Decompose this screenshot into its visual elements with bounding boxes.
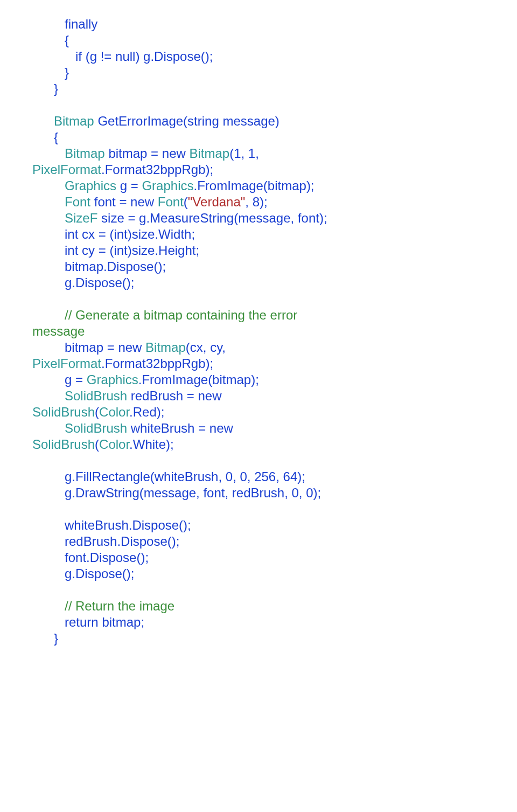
code-line: int cy = (int)size.Height; (32, 243, 199, 258)
code-line: { (32, 33, 69, 47)
code-line: message (32, 324, 85, 338)
code-line: SolidBrush whiteBrush = new (32, 421, 233, 435)
code-line: if (g != null) g.Dispose(); (32, 49, 213, 64)
code-line: SizeF size = g.MeasureString(message, fo… (32, 211, 327, 225)
code-line: g.DrawString(message, font, redBrush, 0,… (32, 485, 321, 500)
code-line: Bitmap GetErrorImage(string message) (32, 114, 280, 128)
code-line: SolidBrush redBrush = new (32, 388, 222, 403)
code-line: Graphics g = Graphics.FromImage(bitmap); (32, 178, 315, 193)
code-line: // Generate a bitmap containing the erro… (32, 308, 297, 322)
code-line: Bitmap bitmap = new Bitmap(1, 1, (32, 146, 259, 161)
code-line: g.Dispose(); (32, 566, 134, 581)
code-line: font.Dispose(); (32, 550, 149, 565)
code-line: whiteBrush.Dispose(); (32, 518, 191, 532)
code-line: PixelFormat.Format32bppRgb); (32, 356, 213, 371)
code-line: g = Graphics.FromImage(bitmap); (32, 372, 259, 387)
code-line: { (32, 130, 58, 144)
code-line: // Return the image (32, 599, 174, 613)
code-line: redBrush.Dispose(); (32, 534, 179, 549)
code-line: PixelFormat.Format32bppRgb); (32, 162, 213, 177)
code-line: } (32, 81, 58, 96)
code-line: return bitmap; (32, 615, 144, 629)
code-line: g.FillRectangle(whiteBrush, 0, 0, 256, 6… (32, 469, 305, 484)
code-line: } (32, 631, 58, 646)
code-line: Font font = new Font("Verdana", 8); (32, 195, 268, 209)
code-line: SolidBrush(Color.Red); (32, 405, 164, 419)
code-block: finally { if (g != null) g.Dispose(); } … (32, 16, 485, 647)
code-line: finally (32, 17, 97, 31)
code-line: g.Dispose(); (32, 275, 134, 290)
code-line: bitmap = new Bitmap(cx, cy, (32, 340, 226, 355)
code-line: } (32, 65, 69, 80)
code-line: int cx = (int)size.Width; (32, 227, 195, 241)
code-line: bitmap.Dispose(); (32, 259, 166, 274)
code-line: SolidBrush(Color.White); (32, 437, 174, 452)
page-content: finally { if (g != null) g.Dispose(); } … (0, 0, 517, 668)
